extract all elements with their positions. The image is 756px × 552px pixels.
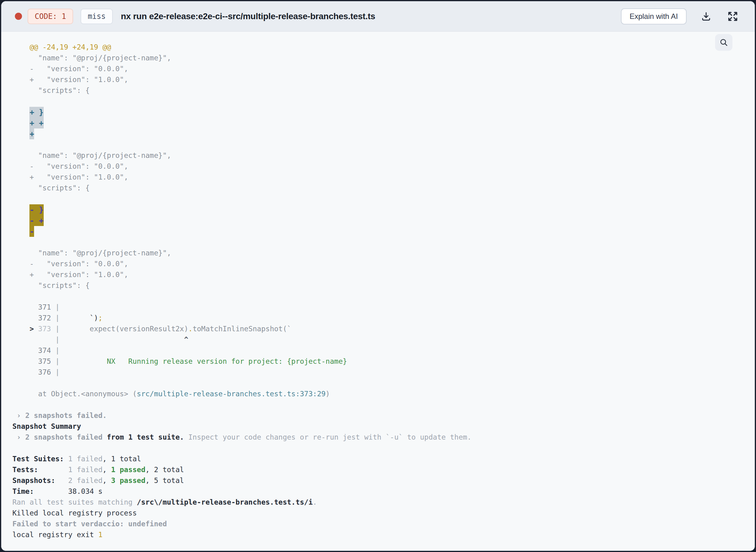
- terminal-text-segment: Snapshots:: [12, 476, 68, 485]
- terminal-line: - }: [12, 204, 742, 215]
- terminal-line: 374 |: [12, 345, 742, 356]
- terminal-text-segment: 1 passed: [111, 465, 146, 474]
- terminal-line: + "version": "1.0.0",: [12, 269, 742, 280]
- terminal-text-segment: - }: [29, 204, 43, 215]
- terminal-text-segment: ^: [184, 335, 188, 343]
- terminal-line: 371 |: [12, 302, 742, 313]
- terminal-line: + "version": "1.0.0",: [12, 172, 742, 183]
- terminal-text-segment: - "version": "0.0.0",: [12, 162, 128, 170]
- terminal-text-segment: 3 passed: [111, 476, 146, 485]
- terminal-text-segment: Ran all test suites matching: [12, 498, 137, 506]
- terminal-text-segment: › 2 snapshots failed: [12, 433, 103, 441]
- terminal-text-segment: ): [326, 390, 330, 398]
- terminal-text-segment: , 1 total: [103, 455, 141, 463]
- terminal-text-segment: 2 failed: [68, 476, 103, 485]
- terminal-line: Test Suites: 1 failed, 1 total: [12, 453, 742, 464]
- terminal-text-segment: "scripts": {: [12, 184, 90, 192]
- terminal-line: 375 | NX Running release version for pro…: [12, 356, 742, 367]
- terminal-text-segment: 1 failed: [68, 455, 103, 463]
- terminal-line: "scripts": {: [12, 280, 742, 291]
- terminal-line: [12, 443, 742, 453]
- terminal-text-segment: `): [90, 314, 98, 322]
- terminal-line: @@ -24,19 +24,19 @@: [12, 42, 742, 53]
- exit-code-badge: CODE: 1: [27, 9, 73, 24]
- terminal-line: 372 | `);: [12, 313, 742, 323]
- terminal-text-segment: 374: [12, 347, 51, 355]
- terminal-text-segment: src/multiple-release-branches.test.ts:37…: [137, 390, 326, 398]
- terminal-line: "name": "@proj/{project-name}",: [12, 248, 742, 259]
- terminal-text-segment: "name": "@proj/{project-name}",: [12, 249, 171, 257]
- terminal-text-segment: , 2 total: [145, 465, 184, 474]
- terminal-line: "name": "@proj/{project-name}",: [12, 150, 742, 161]
- terminal-line: "scripts": {: [12, 183, 742, 193]
- terminal-text-segment: - "version": "0.0.0",: [12, 65, 128, 73]
- terminal-text-segment: [12, 335, 55, 343]
- terminal-text-segment: [12, 205, 29, 214]
- terminal-text-segment: 376: [12, 368, 51, 376]
- terminal-text-segment: + }: [29, 107, 43, 118]
- fullscreen-button[interactable]: [726, 9, 740, 23]
- terminal-line: - "version": "0.0.0",: [12, 161, 742, 172]
- terminal-text-segment: @@ -24,19 +24,19 @@: [29, 43, 111, 51]
- terminal-text-segment: , 5 total: [145, 476, 184, 485]
- window: CODE: 1 miss nx run e2e-release:e2e-ci--…: [1, 1, 755, 551]
- terminal-text-segment: Snapshot Summary: [12, 422, 81, 430]
- download-icon: [700, 11, 712, 22]
- search-icon: [719, 38, 729, 47]
- command-title: nx run e2e-release:e2e-ci--src/multiple-…: [121, 11, 614, 21]
- terminal-text-segment: [34, 325, 38, 333]
- terminal-line: -: [12, 226, 742, 237]
- terminal-line: local registry exit 1: [12, 529, 742, 540]
- terminal-text-segment: [12, 119, 29, 127]
- terminal-text-segment: [60, 314, 90, 322]
- terminal-line: - "version": "0.0.0",: [12, 63, 742, 74]
- terminal-text-segment: 38.034 s: [68, 487, 103, 495]
- terminal-line: › 2 snapshots failed.: [12, 410, 742, 421]
- terminal-text-segment: › 2 snapshots failed.: [12, 411, 107, 419]
- terminal-text-segment: [12, 43, 29, 51]
- terminal-text-segment: >: [29, 325, 34, 333]
- terminal-line: Ran all test suites matching /src\/multi…: [12, 497, 742, 508]
- terminal-text-segment: /src\/multiple-release-branches.test.ts/…: [137, 498, 313, 506]
- download-button[interactable]: [699, 9, 713, 23]
- terminal-text-segment: + +: [29, 118, 43, 129]
- terminal-line: Failed to start verdaccio: undefined: [12, 519, 742, 529]
- status-dot: [15, 13, 22, 20]
- terminal-text-segment: +: [29, 129, 34, 139]
- terminal-text-segment: - +: [29, 215, 43, 226]
- terminal-text-segment: from 1 test suite.: [103, 433, 184, 441]
- terminal-line: + +: [12, 118, 742, 129]
- terminal-line: [12, 378, 742, 389]
- terminal-text-segment: .: [188, 325, 193, 333]
- search-button[interactable]: [715, 34, 733, 51]
- terminal-line: | ^: [12, 334, 742, 345]
- terminal-text-segment: [60, 357, 107, 365]
- terminal-text-segment: Tests:: [12, 465, 68, 474]
- terminal-text-segment: ;: [98, 314, 103, 322]
- terminal-panel: @@ -24,19 +24,19 @@ "name": "@proj/{proj…: [1, 32, 755, 551]
- terminal-text-segment: 1: [98, 531, 103, 539]
- terminal-text-segment: toMatchInlineSnapshot(`: [193, 325, 292, 333]
- terminal-text-segment: |: [51, 325, 60, 333]
- terminal-text-segment: Killed local registry process: [12, 509, 137, 517]
- terminal-text-segment: .: [313, 498, 317, 506]
- terminal-line: Snapshot Summary: [12, 421, 742, 432]
- terminal-text-segment: [12, 108, 29, 116]
- terminal-text-segment: + "version": "1.0.0",: [12, 76, 128, 84]
- terminal-text-segment: 1 failed: [68, 465, 103, 474]
- terminal-line: + "version": "1.0.0",: [12, 74, 742, 85]
- terminal-text-segment: ,: [103, 465, 111, 474]
- terminal-text-segment: |: [51, 314, 60, 322]
- terminal-text-segment: -: [29, 226, 34, 237]
- terminal-text-segment: |: [55, 335, 60, 343]
- terminal-text-segment: "name": "@proj/{project-name}",: [12, 54, 171, 62]
- terminal-line: 376 |: [12, 367, 742, 378]
- terminal-text-segment: "scripts": {: [12, 281, 90, 289]
- terminal-line: Tests: 1 failed, 1 passed, 2 total: [12, 464, 742, 475]
- explain-with-ai-button[interactable]: Explain with AI: [621, 8, 686, 24]
- terminal-text-segment: - "version": "0.0.0",: [12, 260, 128, 268]
- terminal-text-segment: |: [51, 303, 60, 311]
- terminal-line: + }: [12, 107, 742, 118]
- terminal-text-segment: + "version": "1.0.0",: [12, 173, 128, 181]
- terminal-line: at Object.<anonymous> (src/multiple-rele…: [12, 389, 742, 399]
